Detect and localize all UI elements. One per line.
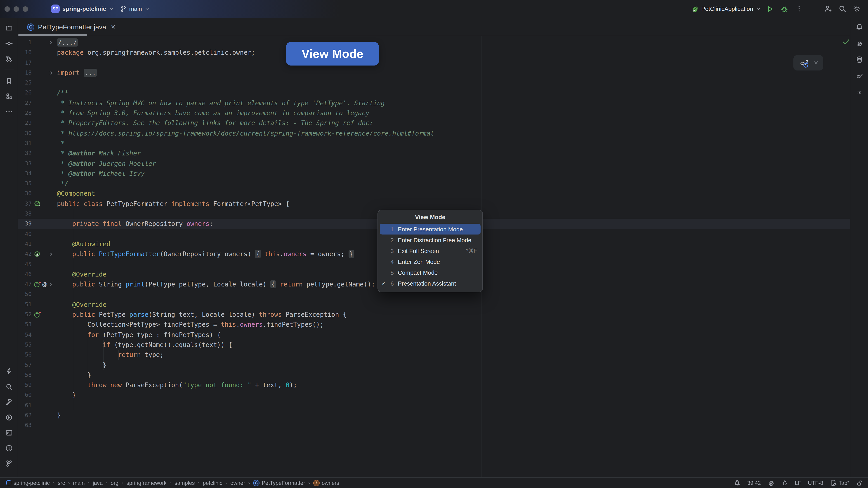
sidebar-item-notifications[interactable]: [852, 20, 866, 34]
close-tab-icon[interactable]: ✕: [110, 23, 117, 31]
status-encoding[interactable]: UTF-8: [808, 480, 823, 486]
sidebar-item-git[interactable]: [2, 456, 16, 471]
breadcrumb-item-pettypeformatter[interactable]: CPetTypeFormatter: [253, 480, 305, 486]
code-text[interactable]: * PropertyEditors. See the following lin…: [56, 118, 373, 128]
status-plugin-tree[interactable]: [734, 480, 741, 486]
menu-item-exit-full-screen[interactable]: 3Exit Full Screen^⌘F: [380, 246, 480, 256]
bean-gutter-icon[interactable]: [32, 200, 49, 207]
code-line[interactable]: 62}: [18, 410, 850, 420]
project-widget[interactable]: SP spring-petclinic: [48, 3, 117, 15]
tab-pettypeformatter[interactable]: C PetTypeFormatter.java ✕: [18, 18, 122, 36]
code-text[interactable]: throw new ParseException("type not found…: [56, 380, 297, 390]
settings-gear-icon[interactable]: [851, 3, 863, 15]
code-text[interactable]: *: [56, 138, 65, 149]
sidebar-item-structure[interactable]: [2, 89, 16, 103]
code-text[interactable]: import ...: [56, 68, 97, 78]
breadcrumb-item-src[interactable]: src: [58, 480, 65, 486]
code-text[interactable]: * @author Mark Fisher: [56, 149, 141, 159]
status-line-separator[interactable]: LF: [795, 480, 801, 486]
code-text[interactable]: @Override: [56, 269, 106, 280]
code-line[interactable]: 33 * @author Juergen Hoeller: [18, 158, 850, 168]
sidebar-item-problems[interactable]: [2, 441, 16, 455]
code-text[interactable]: for (PetType type : findPetTypes) {: [56, 330, 221, 340]
maximize-window-icon[interactable]: [23, 6, 28, 11]
code-line[interactable]: 52I public PetType parse(String text, Lo…: [18, 310, 850, 320]
menu-item-enter-presentation-mode[interactable]: 1Enter Presentation Mode: [380, 224, 480, 234]
code-line[interactable]: 32 * @author Mark Fisher: [18, 149, 850, 159]
code-text[interactable]: * Instructs Spring MVC on how to parse a…: [56, 98, 385, 108]
code-line[interactable]: 57 }: [18, 360, 850, 370]
code-line[interactable]: 51 @Override: [18, 299, 850, 310]
code-line[interactable]: 25: [18, 78, 850, 88]
code-text[interactable]: * @author Michael Isvy: [56, 168, 145, 179]
sidebar-item-database[interactable]: [852, 53, 866, 67]
fold-chevron-icon[interactable]: [49, 252, 54, 256]
code-line[interactable]: 58 }: [18, 370, 850, 380]
code-text[interactable]: }: [56, 370, 91, 380]
code-text[interactable]: * from Spring 3.0, Formatters have come …: [56, 108, 369, 118]
impl-gutter-icon at-gutter-icon[interactable]: I@: [32, 281, 49, 288]
code-text[interactable]: @Override: [56, 299, 106, 310]
menu-item-enter-distraction-free-mode[interactable]: 2Enter Distraction Free Mode: [380, 234, 480, 246]
code-line[interactable]: 55 if (type.getName().equals(text)) {: [18, 340, 850, 350]
code-line[interactable]: 37public class PetTypeFormatter implemen…: [18, 199, 850, 209]
code-text[interactable]: package org.springframework.samples.petc…: [56, 48, 255, 58]
gradle-sync-button[interactable]: [798, 57, 809, 68]
run-configuration-widget[interactable]: PetClinicApplication: [688, 3, 764, 14]
code-line[interactable]: 56 return type;: [18, 350, 850, 360]
code-text[interactable]: */: [56, 178, 68, 189]
code-text[interactable]: }: [56, 410, 61, 420]
more-actions-button[interactable]: [793, 3, 805, 15]
code-line[interactable]: 18import ...: [18, 68, 850, 78]
status-readonly-toggle[interactable]: [856, 480, 863, 486]
breadcrumb-item-main[interactable]: main: [73, 480, 85, 486]
menu-item-enter-zen-mode[interactable]: 4Enter Zen Mode: [380, 256, 480, 267]
code-line[interactable]: 17: [18, 58, 850, 68]
sidebar-item-project[interactable]: [2, 21, 16, 35]
fold-chevron-icon[interactable]: [49, 283, 54, 287]
code-text[interactable]: }: [56, 390, 76, 400]
code-line[interactable]: 31 *: [18, 138, 850, 149]
sidebar-item-bookmarks[interactable]: [2, 74, 16, 88]
code-line[interactable]: 36@Component: [18, 189, 850, 199]
code-text[interactable]: @Autowired: [56, 239, 110, 249]
code-line[interactable]: 30 * https://docs.spring.io/spring-frame…: [18, 128, 850, 138]
menu-item-compact-mode[interactable]: 5Compact Mode: [380, 267, 480, 278]
code-line[interactable]: 34 * @author Michael Isvy: [18, 168, 850, 179]
code-text[interactable]: public class PetTypeFormatter implements…: [56, 199, 289, 209]
minimize-window-icon[interactable]: [13, 6, 19, 11]
code-line[interactable]: 59 throw new ParseException("type not fo…: [18, 380, 850, 390]
code-text[interactable]: public PetType parse(String text, Locale…: [56, 310, 346, 320]
code-text[interactable]: @Component: [56, 189, 95, 199]
breadcrumb-item-petclinic[interactable]: petclinic: [203, 480, 222, 486]
code-line[interactable]: 28 * from Spring 3.0, Formatters have co…: [18, 108, 850, 118]
sidebar-item-terminal[interactable]: [2, 426, 16, 440]
status-caret-position[interactable]: 39:42: [747, 480, 761, 486]
close-window-icon[interactable]: [4, 6, 10, 11]
code-line[interactable]: 27 * Instructs Spring MVC on how to pars…: [18, 98, 850, 108]
fold-chevron-icon[interactable]: [49, 71, 54, 75]
breadcrumb-item-spring-petclinic[interactable]: spring-petclinic: [6, 480, 50, 486]
status-ai-status[interactable]: [768, 479, 775, 486]
close-icon[interactable]: ✕: [814, 60, 818, 66]
sidebar-item-services[interactable]: [2, 410, 16, 425]
sidebar-item-commit[interactable]: [2, 36, 16, 51]
breadcrumb-item-owner[interactable]: owner: [230, 480, 245, 486]
code-text[interactable]: return type;: [56, 350, 164, 360]
code-text[interactable]: /.../: [56, 37, 78, 48]
code-line[interactable]: 63: [18, 420, 850, 431]
menu-item-presentation-assistant[interactable]: ✓6Presentation Assistant: [380, 278, 480, 289]
tab-scrollbar-thumb[interactable]: [18, 34, 87, 36]
sidebar-item-maven[interactable]: m: [852, 85, 866, 99]
code-text[interactable]: public PetTypeFormatter(OwnerRepository …: [56, 249, 354, 259]
code-with-me-button[interactable]: [822, 3, 834, 15]
code-line[interactable]: 29 * PropertyEditors. See the following …: [18, 118, 850, 128]
sidebar-item-build[interactable]: [2, 395, 16, 410]
code-text[interactable]: if (type.getName().equals(text)) {: [56, 340, 232, 350]
breadcrumb-item-java[interactable]: java: [93, 480, 103, 486]
run-button[interactable]: [764, 3, 776, 15]
code-text[interactable]: }: [56, 360, 106, 370]
breadcrumb-item-samples[interactable]: samples: [175, 480, 195, 486]
fold-chevron-icon[interactable]: [49, 40, 54, 44]
code-text[interactable]: Collection<PetType> findPetTypes = this.…: [56, 320, 324, 330]
